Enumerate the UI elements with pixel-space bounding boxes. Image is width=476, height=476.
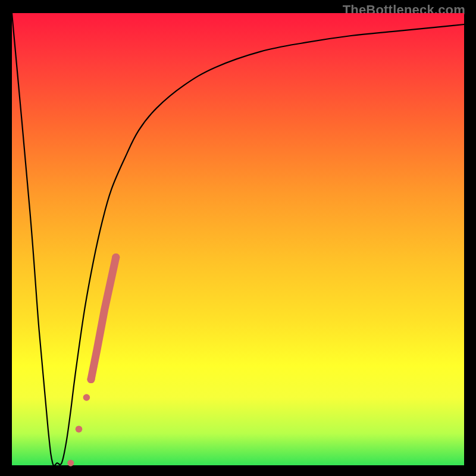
marker-dot — [67, 460, 74, 466]
plot-gradient-area — [12, 13, 464, 465]
curve-markers — [67, 257, 116, 466]
marker-cap — [112, 253, 120, 261]
bottleneck-curve — [12, 13, 464, 466]
chart-svg — [12, 13, 464, 465]
marker-dot — [76, 425, 83, 433]
marker-band — [91, 257, 116, 379]
marker-dot — [83, 394, 90, 401]
marker-cap — [87, 375, 95, 383]
chart-container: TheBottleneck.com — [0, 0, 476, 476]
